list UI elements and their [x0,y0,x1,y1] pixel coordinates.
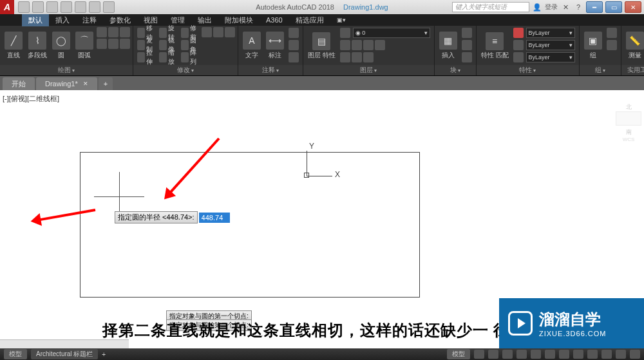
circle-button[interactable]: ◯圆 [50,27,72,64]
layer-iso-icon[interactable] [340,52,350,62]
hatch-icon[interactable] [108,27,118,37]
attr-button[interactable] [460,52,473,63]
model-space-toggle[interactable]: 模型 [447,349,470,359]
minimize-button[interactable]: ━ [586,1,603,13]
clean-screen-icon[interactable] [630,350,640,359]
snap-toggle-icon[interactable] [488,350,498,359]
file-tab-start[interactable]: 开始 [3,77,35,90]
stretch-button[interactable]: 拉伸 [136,52,156,63]
panel-blocks-title[interactable]: 块▾ [435,65,476,75]
help-icon[interactable]: ? [573,2,583,12]
tab-a360[interactable]: A360 [260,15,289,25]
scale-button[interactable]: 缩放 [158,52,178,63]
layer-uniso-icon[interactable] [352,52,362,62]
mtext-button[interactable] [287,52,300,63]
line-button[interactable]: ╱直线 [3,27,24,64]
add-layout-icon[interactable]: + [102,351,106,358]
file-tab-new[interactable]: + [99,77,113,90]
ellipse-icon[interactable] [120,27,130,37]
tab-parametric[interactable]: 参数化 [103,14,137,26]
workspace-switch-icon[interactable] [616,350,626,359]
layer-combo[interactable]: ◉ 0 ▾ [339,27,431,39]
exchange-icon[interactable]: ✕ [560,2,571,12]
viewport-label[interactable]: [-][俯视][二维线框] [3,94,59,104]
app-logo[interactable]: A [0,0,14,14]
panel-util-title[interactable]: 实用工具▾ [621,65,644,75]
grid-toggle-icon[interactable] [474,350,484,359]
lineweight-toggle-icon[interactable] [559,350,569,359]
leader-button[interactable] [287,27,300,39]
erase-icon[interactable] [202,27,212,37]
lineweight-combo[interactable]: ByLayer▾ [512,39,576,51]
layer-match-icon[interactable] [375,40,385,50]
panel-draw-title[interactable]: 绘图▾ [0,65,133,75]
table-button[interactable] [287,39,300,51]
region-icon[interactable] [120,39,130,49]
qat-redo-icon[interactable] [103,1,115,13]
drawn-rectangle[interactable] [80,152,420,298]
layer-freeze-icon[interactable] [340,40,350,50]
dyn-toggle-icon[interactable] [545,350,555,359]
navigation-bar[interactable]: 北 南 WCS [616,103,641,142]
linetype-combo[interactable]: ByLayer▾ [512,52,576,63]
close-tab-icon[interactable]: ✕ [83,81,88,87]
qat-undo-icon[interactable] [89,1,100,13]
qat-print-icon[interactable] [75,1,86,13]
offset-icon[interactable] [225,27,235,37]
tab-default[interactable]: 默认 [22,14,49,26]
login-label[interactable]: 登录 [545,3,558,12]
close-button[interactable]: ✕ [625,1,641,13]
explode-icon[interactable] [213,27,223,37]
panel-annot-title[interactable]: 注释▾ [238,65,303,75]
tab-addins[interactable]: 附加模块 [218,14,260,26]
measure-button[interactable]: 📏测量 [624,27,644,64]
point-icon[interactable] [108,39,118,49]
model-tab[interactable]: 模型 [4,349,27,359]
tab-annotate[interactable]: 注释 [76,14,103,26]
cycling-toggle-icon[interactable] [587,350,598,359]
layer-lock-icon[interactable] [363,40,374,50]
group-button[interactable]: ▣组 [582,27,604,64]
edit-block-button[interactable] [460,39,473,51]
panel-group-title[interactable]: 组▾ [580,65,621,75]
dim-button[interactable]: ⟷标注 [264,27,286,64]
layer-props-button[interactable]: ▤图层 特性 [306,27,337,64]
panel-props-title[interactable]: 特性▾ [477,65,579,75]
search-input[interactable]: 键入关键字或短语 [452,2,529,12]
command-line[interactable] [0,339,129,348]
arc-button[interactable]: ⌒圆弧 [73,27,95,64]
insert-block-button[interactable]: ▦插入 [437,27,459,64]
tab-expand-icon[interactable]: ▣▾ [330,15,352,24]
file-tab-current[interactable]: Drawing1*✕ [36,77,97,90]
dynamic-input-field[interactable] [199,213,230,223]
tab-insert[interactable]: 插入 [49,14,76,26]
login-icon[interactable]: 👤 [532,2,542,12]
layout-arch-tab[interactable]: Architectural 标题栏 [31,349,98,359]
color-combo[interactable]: ByLayer▾ [512,27,576,39]
array-button[interactable]: 阵列 [180,52,200,63]
tab-featured[interactable]: 精选应用 [289,14,330,26]
spline-icon[interactable] [97,39,107,49]
text-button[interactable]: A文字 [241,27,263,64]
panel-modify-title[interactable]: 修改▾ [133,65,238,75]
maximize-button[interactable]: ▭ [605,1,622,13]
osnap-toggle-icon[interactable] [531,350,541,359]
transparency-toggle-icon[interactable] [573,350,583,359]
qat-saveas-icon[interactable] [61,1,72,13]
layer-off-icon[interactable] [352,40,362,50]
qat-open-icon[interactable] [32,1,44,13]
polyline-button[interactable]: ⌇多段线 [26,27,49,64]
annotation-scale-icon[interactable] [601,350,612,359]
group-edit-button[interactable] [605,39,618,51]
layer-prev-icon[interactable] [363,52,374,62]
panel-layers-title[interactable]: 图层▾ [303,65,434,75]
polar-toggle-icon[interactable] [516,350,527,359]
create-block-button[interactable] [460,27,473,39]
match-props-button[interactable]: ≡特性 匹配 [479,27,511,64]
viewcube-icon[interactable] [616,111,641,126]
rect-icon[interactable] [97,27,107,37]
ungroup-button[interactable] [605,27,618,39]
qat-new-icon[interactable] [18,1,30,13]
qat-save-icon[interactable] [46,1,58,13]
ortho-toggle-icon[interactable] [502,350,513,359]
